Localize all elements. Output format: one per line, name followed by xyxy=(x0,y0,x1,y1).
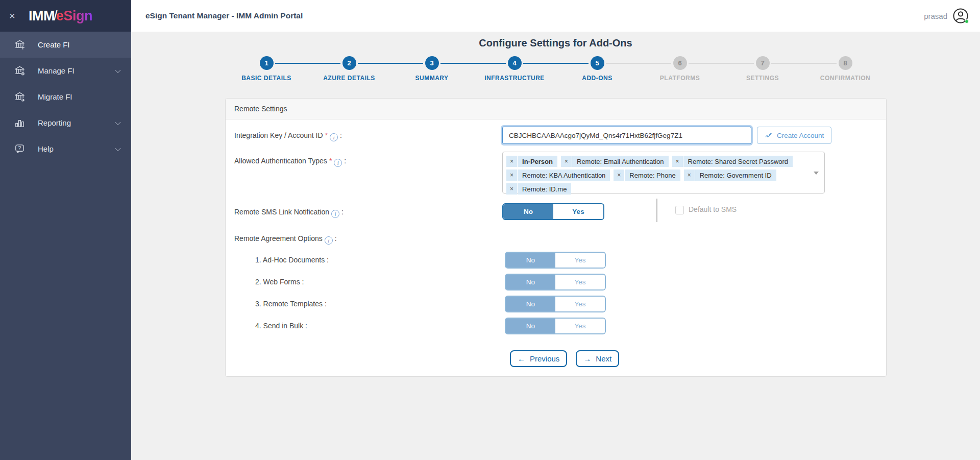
default-to-sms-checkbox[interactable] xyxy=(675,206,684,214)
sidebar-item-label: Reporting xyxy=(38,118,71,127)
sms-notification-toggle[interactable]: No Yes xyxy=(502,203,604,220)
toggle-no[interactable]: No xyxy=(506,297,555,311)
default-to-sms-label: Default to SMS xyxy=(689,205,737,213)
create-account-label: Create Account xyxy=(777,132,824,139)
vertical-divider xyxy=(656,199,657,222)
previous-button[interactable]: ← Previous xyxy=(510,350,567,367)
option-send-in-bulk-label: 4. Send in Bulk : xyxy=(255,321,307,331)
info-icon[interactable]: i xyxy=(330,133,338,141)
toggle-yes[interactable]: Yes xyxy=(555,319,605,333)
next-button[interactable]: → Next xyxy=(576,350,619,367)
step-basic-details[interactable]: 1 BASIC DETAILS xyxy=(225,56,308,82)
step-settings: 7 SETTINGS xyxy=(721,56,804,82)
send-in-bulk-toggle[interactable]: No Yes xyxy=(505,318,606,334)
step-summary[interactable]: 3 SUMMARY xyxy=(390,56,473,82)
sidebar-item-help[interactable]: ? Help xyxy=(0,136,131,162)
tag-remove-icon[interactable]: × xyxy=(561,156,572,167)
toggle-yes[interactable]: Yes xyxy=(555,297,605,311)
auth-tag: ×Remote: Government ID xyxy=(684,170,776,181)
app-root: × IMM/eSign Create FI Manage FI xyxy=(0,0,980,460)
agreement-options-label: Remote Agreement Optionsi: xyxy=(234,233,337,244)
step-circle: 1 xyxy=(260,56,274,70)
option-webforms-label: 2. Web Forms : xyxy=(255,277,304,287)
svg-text:?: ? xyxy=(18,145,21,151)
tag-remove-icon[interactable]: × xyxy=(506,156,517,167)
step-label: PLATFORMS xyxy=(660,75,700,82)
sidebar: × IMM/eSign Create FI Manage FI xyxy=(0,0,131,460)
left-arrow-icon: ← xyxy=(518,354,525,363)
user-area[interactable]: prasad xyxy=(924,0,969,32)
web-forms-toggle[interactable]: No Yes xyxy=(505,274,606,290)
bank-plus-icon xyxy=(13,39,26,51)
wizard-nav-buttons: ← Previous → Next xyxy=(510,350,619,367)
toggle-yes[interactable]: Yes xyxy=(553,204,603,219)
online-status-dot xyxy=(965,19,969,23)
step-platforms: 6 PLATFORMS xyxy=(639,56,721,82)
sidebar-item-migrate-fi[interactable]: Migrate FI xyxy=(0,84,131,110)
info-icon[interactable]: i xyxy=(331,210,339,218)
remote-templates-toggle[interactable]: No Yes xyxy=(505,296,606,312)
tag-remove-icon[interactable]: × xyxy=(614,170,624,181)
step-circle: 2 xyxy=(342,56,356,70)
info-icon[interactable]: i xyxy=(325,236,333,245)
username: prasad xyxy=(924,12,947,20)
step-infrastructure[interactable]: 4 INFRASTRUCTURE xyxy=(473,56,556,82)
step-label: AZURE DETAILS xyxy=(323,75,375,82)
top-header: eSign Tenant Manager - IMM Admin Portal … xyxy=(131,0,980,32)
user-avatar-icon[interactable] xyxy=(952,8,969,24)
toggle-yes[interactable]: Yes xyxy=(555,253,605,268)
imm-esign-logo: IMM/eSign xyxy=(29,8,92,24)
chevron-down-icon xyxy=(115,145,120,151)
step-circle: 3 xyxy=(425,56,439,70)
sidebar-close-icon[interactable]: × xyxy=(9,11,22,21)
required-marker: * xyxy=(329,157,332,165)
sidebar-item-label: Migrate FI xyxy=(38,92,72,101)
step-label: ADD-ONS xyxy=(582,75,612,82)
step-add-ons[interactable]: 5 ADD-ONS xyxy=(556,56,639,82)
panel-title: Remote Settings xyxy=(234,105,287,113)
sidebar-menu: Create FI Manage FI Migrate FI Reporti xyxy=(0,32,131,162)
step-azure-details[interactable]: 2 AZURE DETAILS xyxy=(308,56,390,82)
help-bubble-icon: ? xyxy=(13,143,26,155)
toggle-no[interactable]: No xyxy=(506,253,555,268)
logo-esign: eSign xyxy=(56,8,92,23)
step-circle: 8 xyxy=(839,56,852,70)
bar-chart-icon xyxy=(13,117,26,129)
step-label: SETTINGS xyxy=(746,75,779,82)
tag-remove-icon[interactable]: × xyxy=(684,170,695,181)
step-label: INFRASTRUCTURE xyxy=(484,75,545,82)
sidebar-item-create-fi[interactable]: Create FI xyxy=(0,32,131,58)
sidebar-item-manage-fi[interactable]: Manage FI xyxy=(0,58,131,84)
bank-arrow-icon xyxy=(13,91,26,103)
sidebar-item-reporting[interactable]: Reporting xyxy=(0,110,131,136)
remote-settings-panel: Remote Settings Integration Key / Accoun… xyxy=(225,98,887,377)
wizard-stepper: 1 BASIC DETAILS 2 AZURE DETAILS 3 SUMMAR… xyxy=(225,56,887,82)
toggle-no[interactable]: No xyxy=(503,204,553,219)
chevron-down-icon xyxy=(115,67,120,72)
tag-remove-icon[interactable]: × xyxy=(506,170,517,181)
integration-key-input[interactable] xyxy=(502,127,751,144)
auth-types-label: Allowed Authentication Types*i: xyxy=(234,156,346,166)
dropdown-caret-icon[interactable] xyxy=(814,172,819,175)
logo-imm: IMM xyxy=(29,8,55,23)
adhoc-documents-toggle[interactable]: No Yes xyxy=(505,252,606,269)
sidebar-item-label: Manage FI xyxy=(38,66,75,75)
bank-gear-icon xyxy=(13,65,26,77)
right-arrow-icon: → xyxy=(583,354,591,363)
step-label: CONFIRMATION xyxy=(820,75,870,82)
sidebar-item-label: Create FI xyxy=(38,40,70,49)
auth-types-multiselect[interactable]: ×In-Person ×Remote: Email Authentication… xyxy=(502,152,825,193)
step-confirmation: 8 CONFIRMATION xyxy=(804,56,887,82)
tag-remove-icon[interactable]: × xyxy=(506,183,517,195)
sms-notification-label: Remote SMS Link Notificationi: xyxy=(234,207,344,217)
panel-header: Remote Settings xyxy=(226,99,886,119)
chevron-down-icon xyxy=(115,119,120,125)
tag-remove-icon[interactable]: × xyxy=(672,156,683,167)
create-account-button[interactable]: Create Account xyxy=(757,127,831,144)
toggle-no[interactable]: No xyxy=(506,275,555,289)
sidebar-logo-bar: × IMM/eSign xyxy=(0,0,131,32)
auth-tag: ×Remote: Phone xyxy=(614,170,680,181)
toggle-yes[interactable]: Yes xyxy=(555,275,605,289)
info-icon[interactable]: i xyxy=(334,159,342,167)
toggle-no[interactable]: No xyxy=(506,319,555,333)
